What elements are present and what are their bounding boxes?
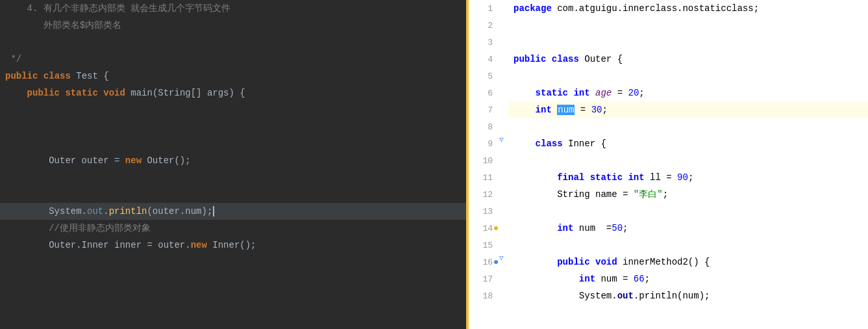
line-num-11: 11 (469, 169, 498, 186)
right-line-7: int num = 30; (508, 101, 868, 118)
right-line-14: int num =50; (508, 220, 868, 237)
line-num-7: 7 (469, 101, 498, 118)
left-line-1: 4. 有几个非静态内部类 就会生成几个字节码文件 (0, 0, 466, 17)
left-line-6: public static void main(String[] args) { (0, 85, 466, 101)
right-line-18: System.out.println(num); (508, 287, 868, 304)
gutter-column: ▽ ▽ (498, 0, 508, 329)
right-line-6: static int age = 20; (508, 85, 868, 101)
left-line-13: System.out.println(outer.num); (0, 203, 466, 220)
right-code-area: package com.atguigu.innerclass.nostaticc… (508, 0, 868, 329)
left-line-5: public class Test { (0, 68, 466, 85)
left-line-2: 外部类名$内部类名 (0, 17, 466, 34)
left-line-12 (0, 186, 466, 203)
right-line-16: public void innerMethod2() { (508, 254, 868, 270)
right-line-13 (508, 203, 868, 220)
line-num-12: 12 (469, 186, 498, 203)
left-line-7 (0, 101, 466, 118)
right-panel-inner: 1 2 3 4 5 6 7 8 9 10 11 12 13 14 15 16 1… (469, 0, 868, 329)
fold-marker-9[interactable]: ▽ (499, 135, 504, 144)
line-num-14: 14 (469, 220, 498, 237)
left-line-10: Outer outer = new Outer(); (0, 152, 466, 169)
right-line-2 (508, 17, 868, 34)
line-num-15: 15 (469, 237, 498, 254)
right-code-panel: 1 2 3 4 5 6 7 8 9 10 11 12 13 14 15 16 1… (469, 0, 868, 329)
line-num-2: 2 (469, 17, 498, 34)
right-line-11: final static int ll = 90; (508, 169, 868, 186)
fold-marker-16[interactable]: ▽ (499, 254, 504, 262)
right-line-17: int num = 66; (508, 270, 868, 287)
right-line-15 (508, 237, 868, 254)
right-line-5 (508, 68, 868, 85)
right-line-9: class Inner { (508, 135, 868, 152)
right-line-12: String name = "李白"; (508, 186, 868, 203)
line-num-6: 6 (469, 85, 498, 101)
line-num-18: 18 (469, 287, 498, 304)
line-num-17: 17 (469, 270, 498, 287)
left-line-4: */ (0, 51, 466, 68)
line-num-9: 9 (469, 135, 498, 152)
line-num-5: 5 (469, 68, 498, 85)
line-num-16: 16 (469, 254, 498, 270)
line-num-13: 13 (469, 203, 498, 220)
text-cursor (213, 206, 214, 217)
right-line-8 (508, 118, 868, 135)
right-line-10 (508, 152, 868, 169)
line-num-1: 1 (469, 0, 498, 17)
left-line-3 (0, 34, 466, 51)
left-line-11 (0, 169, 466, 186)
left-code-panel: 4. 有几个非静态内部类 就会生成几个字节码文件 外部类名$内部类名 */ pu… (0, 0, 466, 329)
left-line-8 (0, 118, 466, 135)
line-num-8: 8 (469, 118, 498, 135)
line-num-10: 10 (469, 152, 498, 169)
line-num-4: 4 (469, 51, 498, 68)
right-line-1: package com.atguigu.innerclass.nostaticc… (508, 0, 868, 17)
right-line-3 (508, 34, 868, 51)
line-num-3: 3 (469, 34, 498, 51)
left-code-container: 4. 有几个非静态内部类 就会生成几个字节码文件 外部类名$内部类名 */ pu… (0, 0, 466, 254)
left-line-14: //使用非静态内部类对象 (0, 220, 466, 237)
line-numbers: 1 2 3 4 5 6 7 8 9 10 11 12 13 14 15 16 1… (469, 0, 498, 329)
left-line-15: Outer.Inner inner = outer.new Inner(); (0, 237, 466, 254)
left-line-9 (0, 135, 466, 152)
right-line-4: public class Outer { (508, 51, 868, 68)
